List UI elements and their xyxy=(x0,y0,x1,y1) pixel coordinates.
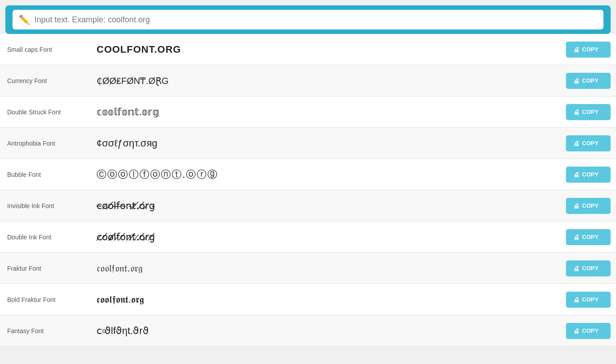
font-preview: 𝖈𝖔𝖔𝖑𝖋𝖔𝖓𝖙.𝖔𝖗𝖌 xyxy=(89,289,561,311)
copy-icon: 🖨 xyxy=(573,327,579,335)
copy-icon: 🖨 xyxy=(573,109,579,116)
font-label: Bold Fraktur Font xyxy=(0,291,89,309)
font-label: Antrophobia Font xyxy=(0,134,89,152)
copy-button-bold-fraktur[interactable]: 🖨COPY xyxy=(566,292,611,308)
copy-button-double-ink[interactable]: 🖨COPY xyxy=(566,229,611,245)
search-box: ✏️ xyxy=(13,10,603,29)
copy-button-fantasy[interactable]: 🖨COPY xyxy=(566,323,611,339)
search-input[interactable] xyxy=(34,15,597,25)
font-row: Currency Font₵ØØ₤FØN₸.ØⱤG🖨COPY xyxy=(0,65,616,96)
font-label: Double Ink Font xyxy=(0,228,89,246)
font-list: Small caps FontCOOLFONT.ORG🖨COPYCurrency… xyxy=(0,34,616,347)
font-preview: 𝔠𝔬𝔬𝔩𝔣𝔬𝔫𝔱.𝔬𝔯𝔤 xyxy=(89,257,561,280)
font-preview: 𝕔𝕠𝕠𝕝𝕗𝕠𝕟𝕥.𝕠𝕣𝕘 xyxy=(89,101,561,123)
font-row: Fantasy Fontϲ৹ϑlfϑηt.ϑrϑ🖨COPY xyxy=(0,315,616,347)
font-preview: Ⓒⓞⓞⓛⓕⓞⓝⓣ.ⓞⓡⓖ xyxy=(89,163,561,187)
copy-icon: 🖨 xyxy=(573,77,579,84)
font-label: Small caps Font xyxy=(0,41,89,59)
font-preview: ¢σσℓƒσηт.σяg xyxy=(89,132,561,155)
copy-icon: 🖨 xyxy=(573,296,579,303)
font-preview: ₵ØØ₤FØN₸.ØⱤG xyxy=(89,70,561,92)
pencil-icon: ✏️ xyxy=(19,14,30,25)
font-row: Invisible Ink Fontc̴o̷o̸l̵f̶o̴n̵t̷.̸o̸r̷… xyxy=(0,190,616,222)
copy-icon: 🖨 xyxy=(573,265,579,272)
copy-button-small-caps[interactable]: 🖨COPY xyxy=(566,42,611,58)
font-row: Fraktur Font𝔠𝔬𝔬𝔩𝔣𝔬𝔫𝔱.𝔬𝔯𝔤🖨COPY xyxy=(0,253,616,284)
font-row: Antrophobia Font¢σσℓƒσηт.σяg🖨COPY xyxy=(0,128,616,159)
font-row: Bold Fraktur Font𝖈𝖔𝖔𝖑𝖋𝖔𝖓𝖙.𝖔𝖗𝖌🖨COPY xyxy=(0,284,616,315)
copy-icon: 🖨 xyxy=(573,171,579,178)
font-preview: ϲ৹ϑlfϑηt.ϑrϑ xyxy=(89,320,561,342)
copy-button-bubble[interactable]: 🖨COPY xyxy=(566,167,611,183)
font-label: Double Struck Font xyxy=(0,103,89,121)
copy-icon: 🖨 xyxy=(573,140,579,147)
header-bar: ✏️ xyxy=(5,5,611,34)
copy-icon: 🖨 xyxy=(573,46,579,53)
font-row: Double Struck Font𝕔𝕠𝕠𝕝𝕗𝕠𝕟𝕥.𝕠𝕣𝕘🖨COPY xyxy=(0,96,616,128)
copy-button-currency[interactable]: 🖨COPY xyxy=(566,73,611,89)
font-label: Currency Font xyxy=(0,72,89,90)
copy-button-fraktur[interactable]: 🖨COPY xyxy=(566,260,611,276)
font-label: Fantasy Font xyxy=(0,322,89,340)
font-label: Fraktur Font xyxy=(0,259,89,277)
copy-button-invisible-ink[interactable]: 🖨COPY xyxy=(566,198,611,214)
font-preview: COOLFONT.ORG xyxy=(89,38,561,61)
font-row: Bubble FontⒸⓞⓞⓛⓕⓞⓝⓣ.ⓞⓡⓖ🖨COPY xyxy=(0,159,616,190)
font-preview: c̴o̷o̸l̵f̶o̴n̵t̷.̸o̸r̷g̵ xyxy=(89,195,561,217)
copy-button-double-struck[interactable]: 🖨COPY xyxy=(566,104,611,120)
copy-button-antrophobia[interactable]: 🖨COPY xyxy=(566,135,611,151)
font-row: Small caps FontCOOLFONT.ORG🖨COPY xyxy=(0,34,616,65)
font-label: Bubble Font xyxy=(0,166,89,184)
font-preview: c̷o̸o̷l̸f̷o̸n̷t̸.̷o̸r̷g̸ xyxy=(89,226,561,248)
font-row: Double Ink Fontc̷o̸o̷l̸f̷o̸n̷t̸.̷o̸r̷g̸🖨… xyxy=(0,222,616,253)
font-label: Invisible Ink Font xyxy=(0,197,89,215)
copy-icon: 🖨 xyxy=(573,234,579,241)
copy-icon: 🖨 xyxy=(573,202,579,209)
